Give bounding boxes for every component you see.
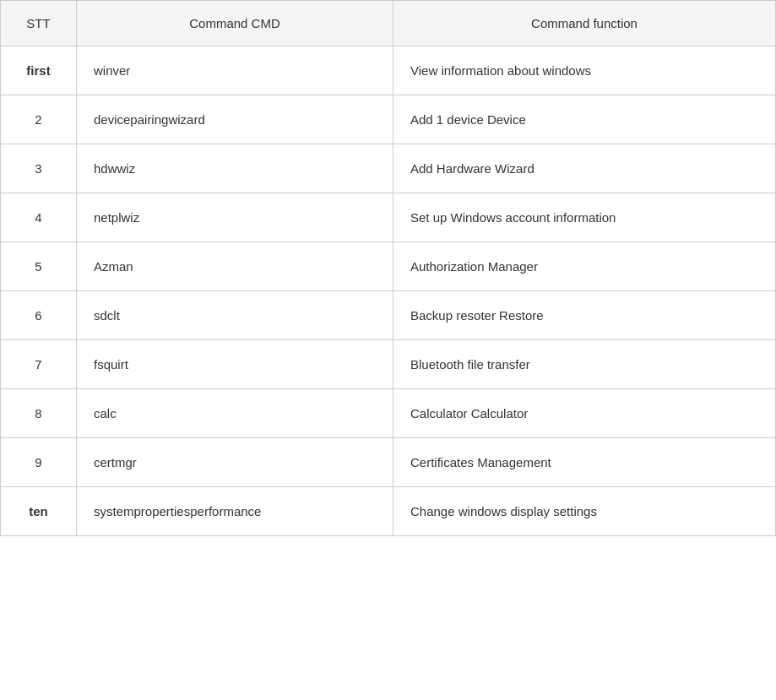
cell-func: View information about windows [393, 46, 776, 95]
header-cmd: Command CMD [77, 1, 393, 46]
cell-cmd: certmgr [77, 438, 393, 487]
table-row: 8calcCalculator Calculator [1, 389, 776, 438]
cell-cmd: netplwiz [77, 193, 393, 242]
cell-func: Change windows display settings [393, 487, 776, 536]
cell-cmd: hdwwiz [77, 144, 393, 193]
cell-cmd: devicepairingwizard [77, 95, 393, 144]
cell-stt: 2 [1, 95, 77, 144]
cell-cmd: sdclt [77, 291, 393, 340]
table-row: 5AzmanAuthorization Manager [1, 242, 776, 291]
cell-func: Add Hardware Wizard [393, 144, 776, 193]
cell-func: Calculator Calculator [393, 389, 776, 438]
table-row: tensystempropertiesperformanceChange win… [1, 487, 776, 536]
cell-func: Authorization Manager [393, 242, 776, 291]
cell-stt: 9 [1, 438, 77, 487]
cell-func: Backup resoter Restore [393, 291, 776, 340]
cell-stt: ten [1, 487, 77, 536]
cell-cmd: fsquirt [77, 340, 393, 389]
cell-stt: 4 [1, 193, 77, 242]
cell-stt: 6 [1, 291, 77, 340]
header-func: Command function [393, 1, 776, 46]
cell-func: Certificates Management [393, 438, 776, 487]
table-row: 4netplwizSet up Windows account informat… [1, 193, 776, 242]
table-row: 6sdcltBackup resoter Restore [1, 291, 776, 340]
cell-stt: 7 [1, 340, 77, 389]
header-stt: STT [1, 1, 77, 46]
cell-cmd: systempropertiesperformance [77, 487, 393, 536]
table-row: 3hdwwizAdd Hardware Wizard [1, 144, 776, 193]
cell-func: Set up Windows account information [393, 193, 776, 242]
cell-func: Add 1 device Device [393, 95, 776, 144]
cell-cmd: calc [77, 389, 393, 438]
cell-stt: 3 [1, 144, 77, 193]
cell-stt: 5 [1, 242, 77, 291]
table-row: 9certmgrCertificates Management [1, 438, 776, 487]
cell-cmd: Azman [77, 242, 393, 291]
cell-cmd: winver [77, 46, 393, 95]
cell-stt: 8 [1, 389, 77, 438]
table-header-row: STT Command CMD Command function [1, 1, 776, 46]
commands-table: STT Command CMD Command function firstwi… [0, 0, 776, 536]
table-row: 2devicepairingwizardAdd 1 device Device [1, 95, 776, 144]
cell-func: Bluetooth file transfer [393, 340, 776, 389]
table-row: 7fsquirtBluetooth file transfer [1, 340, 776, 389]
cell-stt: first [1, 46, 77, 95]
table-row: firstwinverView information about window… [1, 46, 776, 95]
